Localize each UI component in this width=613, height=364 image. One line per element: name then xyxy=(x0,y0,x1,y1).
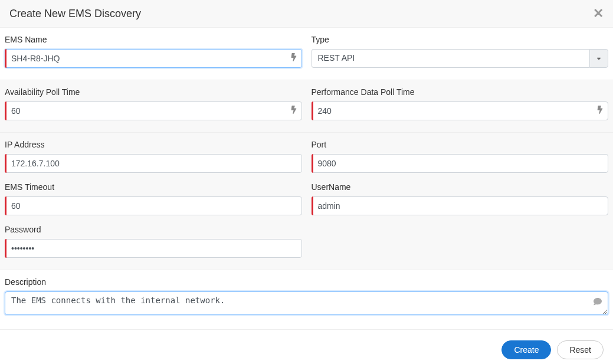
port-input[interactable] xyxy=(312,154,609,173)
ems-name-label: EMS Name xyxy=(5,35,302,44)
modal-header: Create New EMS Discovery ✕ xyxy=(0,0,613,28)
close-icon[interactable]: ✕ xyxy=(593,7,604,20)
password-input[interactable] xyxy=(5,239,302,258)
section-connection: IP Address Port EMS Timeout UserName Pas… xyxy=(0,133,613,270)
avail-poll-label: Availability Poll Time xyxy=(5,87,302,97)
type-select[interactable]: REST API xyxy=(312,49,609,68)
timeout-input[interactable] xyxy=(5,196,302,215)
section-poll: Availability Poll Time Performance Data … xyxy=(0,80,613,132)
username-label: UserName xyxy=(312,182,609,192)
perf-poll-label: Performance Data Poll Time xyxy=(312,87,609,97)
perf-poll-input[interactable] xyxy=(312,101,609,120)
ip-label: IP Address xyxy=(5,140,302,149)
timeout-label: EMS Timeout xyxy=(5,182,302,192)
password-label: Password xyxy=(5,225,302,234)
port-label: Port xyxy=(312,140,609,149)
reset-button[interactable]: Reset xyxy=(557,340,604,359)
avail-poll-input[interactable] xyxy=(5,101,302,120)
modal-title: Create New EMS Discovery xyxy=(9,8,141,20)
ip-input[interactable] xyxy=(5,154,302,173)
description-label: Description xyxy=(5,277,608,287)
type-value: REST API xyxy=(312,49,590,68)
ems-name-input[interactable] xyxy=(5,49,302,68)
section-description: Description xyxy=(0,270,613,329)
type-label: Type xyxy=(312,35,609,44)
modal-footer: Create Reset xyxy=(0,330,613,364)
create-button[interactable]: Create xyxy=(501,340,551,359)
username-input[interactable] xyxy=(312,196,609,215)
chevron-down-icon xyxy=(589,49,608,68)
comment-icon xyxy=(593,297,602,308)
description-input[interactable] xyxy=(5,291,608,315)
section-basic: EMS Name Type REST API xyxy=(0,28,613,80)
